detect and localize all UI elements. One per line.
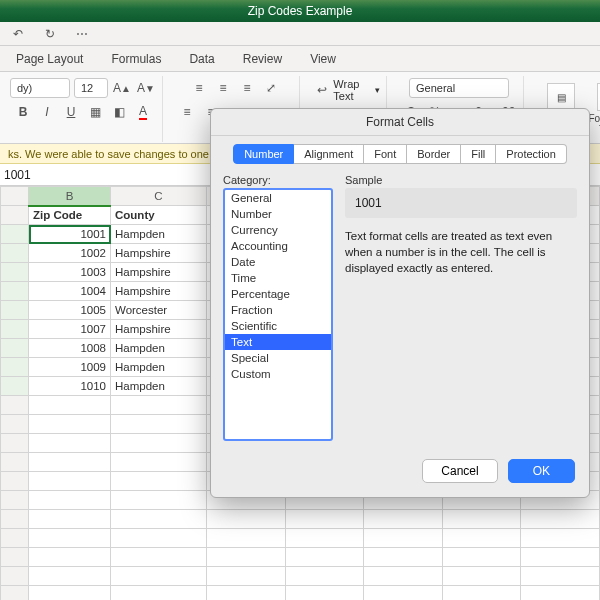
cell[interactable]: [29, 491, 111, 510]
category-item-accounting[interactable]: Accounting: [225, 238, 331, 254]
row-header[interactable]: [1, 415, 29, 434]
row-header[interactable]: [1, 301, 29, 320]
undo-icon[interactable]: ↶: [8, 24, 28, 44]
row-header[interactable]: [1, 453, 29, 472]
category-item-custom[interactable]: Custom: [225, 366, 331, 382]
row-header[interactable]: [1, 491, 29, 510]
increase-font-icon[interactable]: A▲: [112, 78, 132, 98]
row-header[interactable]: [1, 472, 29, 491]
row-header[interactable]: [1, 263, 29, 282]
cell[interactable]: [442, 567, 521, 586]
cell[interactable]: Hampden: [111, 225, 207, 244]
cell[interactable]: [521, 529, 600, 548]
cell[interactable]: Hampshire: [111, 244, 207, 263]
cell[interactable]: [521, 567, 600, 586]
cell[interactable]: 1001: [29, 225, 111, 244]
select-all-corner[interactable]: [1, 187, 29, 206]
cell[interactable]: 1009: [29, 358, 111, 377]
column-header-b[interactable]: B: [29, 187, 111, 206]
font-color-icon[interactable]: A: [133, 102, 153, 122]
cell[interactable]: [442, 529, 521, 548]
cell[interactable]: [111, 567, 207, 586]
cell[interactable]: [521, 548, 600, 567]
cell[interactable]: [111, 548, 207, 567]
cell[interactable]: [111, 586, 207, 601]
cell[interactable]: [29, 510, 111, 529]
dialog-tab-border[interactable]: Border: [407, 144, 461, 164]
ok-button[interactable]: OK: [508, 459, 575, 483]
cell[interactable]: Hampshire: [111, 320, 207, 339]
cell[interactable]: [521, 510, 600, 529]
cell[interactable]: [285, 510, 364, 529]
number-format-select[interactable]: General: [409, 78, 509, 98]
cell[interactable]: [207, 567, 286, 586]
category-item-number[interactable]: Number: [225, 206, 331, 222]
cell[interactable]: [29, 396, 111, 415]
category-item-special[interactable]: Special: [225, 350, 331, 366]
cell[interactable]: Hampden: [111, 377, 207, 396]
font-size-select[interactable]: 12: [74, 78, 108, 98]
category-item-text[interactable]: Text: [225, 334, 331, 350]
row-header[interactable]: [1, 320, 29, 339]
tab-page-layout[interactable]: Page Layout: [4, 48, 95, 70]
cell[interactable]: [111, 434, 207, 453]
cell[interactable]: 1007: [29, 320, 111, 339]
cell[interactable]: 1003: [29, 263, 111, 282]
cell[interactable]: [29, 415, 111, 434]
dialog-tab-number[interactable]: Number: [233, 144, 294, 164]
cell[interactable]: [364, 548, 443, 567]
cell[interactable]: [521, 586, 600, 601]
cell[interactable]: County: [111, 206, 207, 225]
cell[interactable]: [111, 453, 207, 472]
cell[interactable]: [111, 510, 207, 529]
border-icon[interactable]: ▦: [85, 102, 105, 122]
cell[interactable]: [111, 491, 207, 510]
row-header[interactable]: [1, 567, 29, 586]
category-item-percentage[interactable]: Percentage: [225, 286, 331, 302]
cell[interactable]: [364, 510, 443, 529]
tab-data[interactable]: Data: [177, 48, 226, 70]
cell[interactable]: [364, 586, 443, 601]
cell[interactable]: 1010: [29, 377, 111, 396]
cell[interactable]: [207, 529, 286, 548]
tab-formulas[interactable]: Formulas: [99, 48, 173, 70]
category-list[interactable]: GeneralNumberCurrencyAccountingDateTimeP…: [223, 188, 333, 441]
cell[interactable]: [111, 396, 207, 415]
row-header[interactable]: [1, 206, 29, 225]
column-header-c[interactable]: C: [111, 187, 207, 206]
row-header[interactable]: [1, 358, 29, 377]
cell[interactable]: [29, 529, 111, 548]
tab-review[interactable]: Review: [231, 48, 294, 70]
cell[interactable]: [111, 529, 207, 548]
align-bottom-icon[interactable]: ≡: [237, 78, 257, 98]
category-item-time[interactable]: Time: [225, 270, 331, 286]
cell[interactable]: [29, 548, 111, 567]
category-item-date[interactable]: Date: [225, 254, 331, 270]
font-name-select[interactable]: dy): [10, 78, 70, 98]
dialog-tab-protection[interactable]: Protection: [496, 144, 567, 164]
row-header[interactable]: [1, 548, 29, 567]
row-header[interactable]: [1, 510, 29, 529]
decrease-font-icon[interactable]: A▼: [136, 78, 156, 98]
row-header[interactable]: [1, 434, 29, 453]
cell[interactable]: [29, 453, 111, 472]
cell[interactable]: [285, 586, 364, 601]
cell[interactable]: [364, 529, 443, 548]
dialog-tab-font[interactable]: Font: [364, 144, 407, 164]
cell[interactable]: Worcester: [111, 301, 207, 320]
cell[interactable]: Hampden: [111, 358, 207, 377]
row-header[interactable]: [1, 339, 29, 358]
align-left-icon[interactable]: ≡: [177, 102, 197, 122]
fill-color-icon[interactable]: ◧: [109, 102, 129, 122]
cell[interactable]: 1004: [29, 282, 111, 301]
cell[interactable]: [207, 548, 286, 567]
row-header[interactable]: [1, 396, 29, 415]
row-header[interactable]: [1, 586, 29, 601]
cell[interactable]: [29, 434, 111, 453]
cell[interactable]: [207, 586, 286, 601]
dialog-tab-fill[interactable]: Fill: [461, 144, 496, 164]
cell[interactable]: [442, 586, 521, 601]
cell[interactable]: 1002: [29, 244, 111, 263]
cell[interactable]: [29, 472, 111, 491]
cell[interactable]: [111, 415, 207, 434]
